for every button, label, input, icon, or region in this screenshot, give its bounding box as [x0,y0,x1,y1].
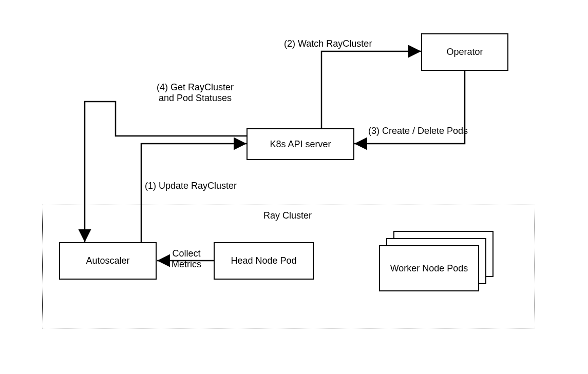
edge-create-delete-pods: (3) Create / Delete Pods [368,126,502,136]
edge-watch-raycluster: (2) Watch RayCluster [284,38,412,49]
head-node-box: Head Node Pod [214,242,314,280]
operator-box: Operator [421,33,508,71]
autoscaler-label: Autoscaler [86,255,129,266]
k8s-api-box: K8s API server [246,128,354,160]
ray-cluster-title: Ray Cluster [236,210,339,221]
edge-collect-metrics: Collect Metrics [163,248,210,270]
worker-nodes-label: Worker Node Pods [390,263,468,274]
worker-nodes-box: Worker Node Pods [379,245,479,291]
autoscaler-box: Autoscaler [59,242,157,280]
operator-label: Operator [446,47,483,57]
edge-get-status: (4) Get RayCluster and Pod Statuses [139,82,252,104]
edge-update-raycluster: (1) Update RayCluster [145,181,258,191]
k8s-api-label: K8s API server [270,139,331,150]
head-node-label: Head Node Pod [231,255,296,266]
